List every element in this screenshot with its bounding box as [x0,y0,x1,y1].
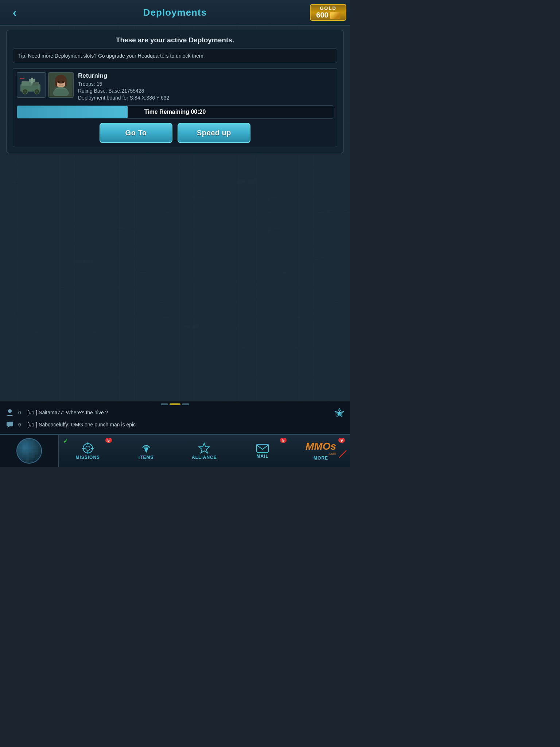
deployment-status: Returning [78,72,333,80]
more-label: MORE [314,456,328,461]
back-arrow-icon: ‹ [13,6,17,19]
person-icon [5,408,15,417]
check-icon: ✓ [63,438,68,445]
missions-crosshair-icon [81,442,94,455]
deployment-troops: Troops: 15 [78,81,333,87]
time-remaining-label: Time Remaining 00:20 [17,106,333,118]
alliance-chat-icon [334,407,345,418]
svg-text:70#6,748.5: 70#6,748.5 [237,179,257,183]
svg-line-34 [339,450,346,458]
commander-avatar [48,72,74,98]
nav-item-alliance[interactable]: ALLIANCE [175,435,233,467]
chat-count-2: 0 [18,422,24,427]
back-button[interactable]: ‹ [5,3,24,22]
svg-point-7 [24,90,26,93]
page-title: Deployments [143,7,207,18]
gold-icon [330,12,340,19]
alliance-icon [198,442,211,455]
chat-row-1: 0 [#1.] Saitama77: Where's the hive ? [5,407,345,418]
svg-rect-11 [31,78,33,84]
bottom-nav: ✓ 5 MISSIONS ITEMS ALLIANCE 5 [0,434,350,467]
svg-rect-17 [55,79,57,86]
chat-bubble-icon [5,420,15,429]
gold-badge[interactable]: GOLD 600 [310,4,346,21]
globe-icon [16,438,42,464]
action-buttons: Go To Speed up [17,123,333,143]
svg-point-20 [62,81,64,83]
chat-row-2: 0 [#1.] Saboaceluffy: OMG one punch man … [5,420,345,429]
missions-badge: 5 [105,438,112,443]
svg-rect-23 [7,422,13,426]
nav-item-more[interactable]: 9 MMOs .com MORE [292,435,350,467]
svg-rect-18 [65,79,67,86]
chat-message-1: [#1.] Saitama77: Where's the hive ? [27,410,334,415]
deployment-ruling-base: Ruling Base: Base.21755428 [78,88,333,94]
mail-label: MAIL [257,454,269,459]
chat-bar: 0 [#1.] Saitama77: Where's the hive ? 0 … [0,400,350,434]
tip-text: Tip: Need more Deployment slots? Go upgr… [18,53,205,59]
mmo-logo: MMOs .com [306,441,336,456]
deployment-details: Returning Troops: 15 Ruling Base: Base.2… [78,72,333,102]
tip-box: Tip: Need more Deployment slots? Go upgr… [13,49,337,63]
svg-point-22 [8,409,12,413]
missions-label: MISSIONS [75,455,100,460]
scroll-dot-active [170,403,180,405]
header: ‹ Deployments GOLD 600 [0,0,350,26]
svg-point-16 [55,75,66,84]
alliance-label: ALLIANCE [192,455,217,460]
gold-amount: 600 [316,11,328,19]
deployments-panel: These are your active Deployments. Tip: … [7,30,343,153]
nav-item-mail[interactable]: 5 MAIL [233,435,292,467]
deployment-card: ← [13,68,337,147]
gold-label: GOLD [320,5,337,11]
svg-text:70#6,043.5: 70#6,043.5 [182,325,202,329]
svg-rect-33 [257,444,268,452]
svg-rect-5 [32,82,39,86]
goto-button[interactable]: Go To [100,123,172,143]
panel-title: These are your active Deployments. [13,36,337,44]
scroll-dot-right [182,403,189,405]
deployment-bound-for: Deployment bound for S:84 X:386 Y:632 [78,95,333,101]
more-badge: 9 [338,438,345,443]
svg-point-21 [60,84,62,85]
nav-item-items[interactable]: ITEMS [117,435,175,467]
chat-count-1: 0 [18,410,24,415]
speedup-button[interactable]: Speed up [178,123,250,143]
mail-icon [256,443,269,454]
chat-message-2: [#1.] Saboaceluffy: OMG one punch man is… [27,422,345,427]
parachute-icon [140,442,153,455]
return-arrow-icon: ← [19,74,26,82]
time-progress-bar: Time Remaining 00:20 [17,105,333,119]
scroll-indicator [5,403,345,405]
scroll-dot-left [161,403,168,405]
svg-point-19 [58,81,60,83]
diagonal-cross-icon [337,449,348,460]
nav-item-missions[interactable]: ✓ 5 MISSIONS [59,435,117,467]
vehicle-thumbnail: ← [17,72,46,98]
items-label: ITEMS [139,455,154,460]
nav-item-map[interactable] [0,435,59,467]
svg-point-25 [86,446,90,450]
svg-point-9 [36,90,38,93]
svg-text:70#6,253.5: 70#6,253.5 [73,259,93,263]
mail-badge: 5 [280,438,287,443]
